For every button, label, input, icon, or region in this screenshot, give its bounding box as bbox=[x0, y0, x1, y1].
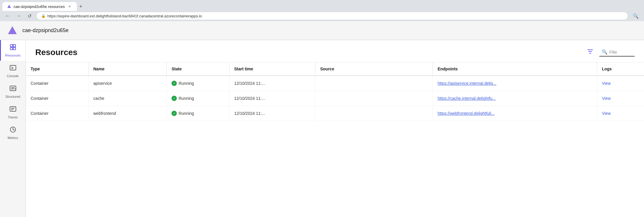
traces-icon bbox=[9, 105, 16, 114]
table-row: Container apiservice ✓ Running 12/10/202… bbox=[26, 76, 644, 91]
col-header-logs: Logs bbox=[597, 62, 644, 76]
cell-starttime: 12/10/2024 11:... bbox=[229, 91, 315, 106]
state-label: Running bbox=[179, 96, 194, 101]
cell-state: ✓ Running bbox=[167, 76, 229, 91]
col-header-type: Type bbox=[26, 62, 89, 76]
lock-icon: 🔒 bbox=[41, 14, 46, 18]
sidebar-metrics-label: Metrics bbox=[8, 136, 18, 140]
table-row: Container webfrontend ✓ Running 12/10/20… bbox=[26, 106, 644, 121]
forward-button[interactable]: → bbox=[15, 13, 23, 19]
page-title: Resources bbox=[35, 48, 580, 57]
state-running-icon: ✓ bbox=[172, 81, 177, 86]
col-header-endpoints: Endpoints bbox=[433, 62, 597, 76]
tab-close-button[interactable]: ✕ bbox=[67, 4, 72, 9]
endpoint-link[interactable]: https://cache.internal.delightfu... bbox=[437, 96, 496, 101]
sidebar-resources-label: Resources bbox=[5, 54, 21, 57]
cell-type: Container bbox=[26, 76, 89, 91]
cell-type: Container bbox=[26, 106, 89, 121]
new-tab-button[interactable]: + bbox=[77, 4, 85, 10]
cell-source bbox=[315, 91, 433, 106]
cell-starttime: 12/10/2024 11:... bbox=[229, 76, 315, 91]
svg-marker-1 bbox=[8, 26, 17, 34]
sidebar-item-structured[interactable]: Structured bbox=[0, 81, 26, 102]
url-text: https://aspire-dashboard.ext.delightfuli… bbox=[47, 14, 202, 18]
console-icon bbox=[9, 64, 16, 73]
sidebar-structured-label: Structured bbox=[5, 95, 20, 98]
aspire-logo-icon bbox=[7, 25, 18, 36]
cell-logs: View bbox=[597, 106, 644, 121]
cell-name: cache bbox=[89, 91, 167, 106]
url-input[interactable]: 🔒 https://aspire-dashboard.ext.delightfu… bbox=[36, 12, 628, 20]
metrics-icon bbox=[9, 126, 16, 135]
col-header-state: State bbox=[167, 62, 229, 76]
svg-rect-5 bbox=[13, 47, 16, 50]
col-header-starttime: Start time bbox=[229, 62, 315, 76]
page-header: Resources 🔍 Filte bbox=[26, 40, 644, 62]
app-container: Resources Console bbox=[0, 21, 644, 217]
svg-rect-4 bbox=[10, 47, 13, 50]
browser-tabs: cae-dzpsipnd2u65e resources ✕ + bbox=[0, 0, 644, 11]
state-running-icon: ✓ bbox=[172, 111, 177, 116]
tab-title: cae-dzpsipnd2u65e resources bbox=[14, 4, 65, 9]
sidebar-item-resources[interactable]: Resources bbox=[0, 40, 26, 61]
sidebar-traces-label: Traces bbox=[8, 115, 18, 119]
table-row: Container cache ✓ Running 12/10/2024 11:… bbox=[26, 91, 644, 106]
cell-endpoint: https://apiservice.internal.delig... bbox=[433, 76, 597, 91]
browser-search-button[interactable]: 🔍 bbox=[631, 13, 640, 19]
cell-state: ✓ Running bbox=[167, 91, 229, 106]
cell-source bbox=[315, 76, 433, 91]
svg-rect-3 bbox=[13, 44, 16, 47]
state-label: Running bbox=[179, 111, 194, 116]
cell-logs: View bbox=[597, 91, 644, 106]
cell-source bbox=[315, 106, 433, 121]
tab-favicon-icon bbox=[7, 4, 11, 9]
cell-starttime: 12/10/2024 11:... bbox=[229, 106, 315, 121]
endpoint-link[interactable]: https://webfrontend.delightfuli... bbox=[437, 111, 495, 116]
svg-rect-2 bbox=[10, 44, 13, 47]
cell-endpoint: https://cache.internal.delightfu... bbox=[433, 91, 597, 106]
search-placeholder: Filte bbox=[609, 50, 617, 54]
sidebar-item-traces[interactable]: Traces bbox=[0, 102, 26, 122]
search-icon: 🔍 bbox=[602, 49, 608, 55]
table-header-row: Type Name State Start time Source Endpoi… bbox=[26, 62, 644, 76]
col-header-name: Name bbox=[89, 62, 167, 76]
cell-endpoint: https://webfrontend.delightfuli... bbox=[433, 106, 597, 121]
address-bar: ← → ↺ 🔒 https://aspire-dashboard.ext.del… bbox=[0, 11, 644, 21]
search-bar[interactable]: 🔍 Filte bbox=[599, 48, 635, 57]
resources-table: Type Name State Start time Source Endpoi… bbox=[26, 62, 644, 217]
header-actions: 🔍 Filte bbox=[585, 47, 635, 57]
state-label: Running bbox=[179, 81, 194, 86]
sidebar-console-label: Console bbox=[7, 74, 19, 78]
cell-logs: View bbox=[597, 76, 644, 91]
logs-view-link[interactable]: View bbox=[602, 96, 611, 101]
resources-icon bbox=[9, 44, 16, 52]
cell-state: ✓ Running bbox=[167, 106, 229, 121]
cell-name: apiservice bbox=[89, 76, 167, 91]
sidebar-item-metrics[interactable]: Metrics bbox=[0, 122, 26, 143]
main-content: Resources 🔍 Filte bbox=[26, 40, 644, 217]
structured-icon bbox=[9, 85, 16, 94]
svg-marker-0 bbox=[7, 5, 11, 8]
active-tab[interactable]: cae-dzpsipnd2u65e resources ✕ bbox=[2, 2, 77, 11]
browser-chrome: cae-dzpsipnd2u65e resources ✕ + ← → ↺ 🔒 … bbox=[0, 0, 644, 21]
resources-data-table: Type Name State Start time Source Endpoi… bbox=[26, 62, 644, 121]
back-button[interactable]: ← bbox=[4, 13, 12, 19]
col-header-source: Source bbox=[315, 62, 433, 76]
logs-view-link[interactable]: View bbox=[602, 81, 611, 86]
cell-type: Container bbox=[26, 91, 89, 106]
svg-line-7 bbox=[11, 67, 13, 68]
endpoint-link[interactable]: https://apiservice.internal.delig... bbox=[437, 81, 496, 86]
filter-button[interactable] bbox=[585, 47, 596, 57]
cell-name: webfrontend bbox=[89, 106, 167, 121]
app-header: cae-dzpsipnd2u65e bbox=[0, 21, 644, 40]
logs-view-link[interactable]: View bbox=[602, 111, 611, 116]
state-running-icon: ✓ bbox=[172, 96, 177, 101]
refresh-button[interactable]: ↺ bbox=[26, 13, 33, 19]
sidebar-item-console[interactable]: Console bbox=[0, 61, 26, 81]
sidebar: Resources Console bbox=[0, 21, 26, 217]
app-title: cae-dzpsipnd2u65e bbox=[22, 27, 69, 34]
